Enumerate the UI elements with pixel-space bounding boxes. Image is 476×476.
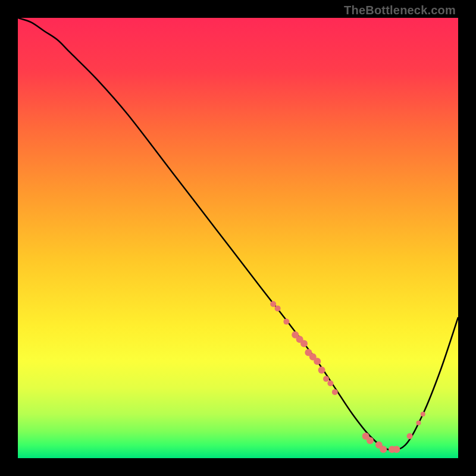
data-marker (367, 437, 374, 444)
data-marker (416, 421, 421, 425)
data-marker (421, 412, 425, 416)
data-marker (393, 446, 400, 453)
watermark-text: TheBottleneck.com (344, 4, 456, 17)
bottleneck-curve (18, 18, 458, 458)
data-marker (380, 446, 387, 453)
data-marker (332, 389, 338, 395)
data-marker (407, 433, 413, 439)
data-marker (275, 305, 281, 311)
data-marker (300, 340, 308, 347)
data-marker (270, 301, 276, 307)
data-marker (327, 380, 333, 386)
data-marker (323, 376, 329, 382)
data-marker (318, 367, 325, 374)
chart-frame (18, 18, 458, 458)
data-marker (314, 358, 321, 365)
data-marker (283, 319, 289, 325)
